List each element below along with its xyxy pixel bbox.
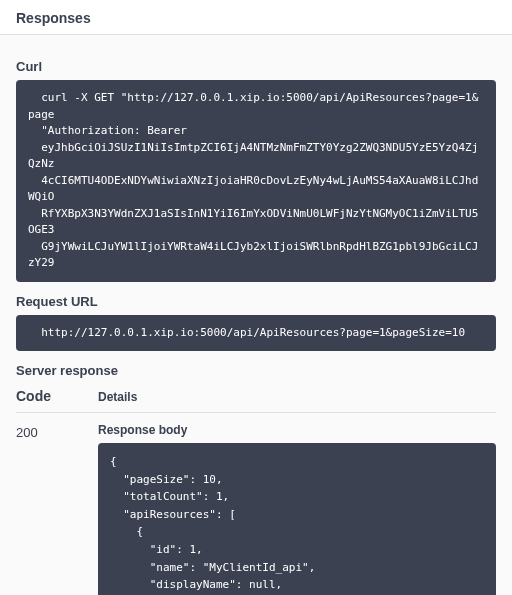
response-details-header: Details bbox=[98, 390, 137, 404]
response-details-column: Response body { "pageSize": 10, "totalCo… bbox=[98, 423, 496, 595]
response-code-value: 200 bbox=[16, 423, 98, 440]
request-url-label: Request URL bbox=[16, 294, 496, 309]
response-row: 200 Response body { "pageSize": 10, "tot… bbox=[16, 423, 496, 595]
curl-label: Curl bbox=[16, 59, 496, 74]
request-url-box[interactable]: http://127.0.0.1.xip.io:5000/api/ApiReso… bbox=[16, 315, 496, 352]
response-table-header: Code Details bbox=[16, 388, 496, 413]
curl-command-box[interactable]: curl -X GET "http://127.0.0.1.xip.io:500… bbox=[16, 80, 496, 282]
response-body-label: Response body bbox=[98, 423, 496, 437]
response-body-box[interactable]: { "pageSize": 10, "totalCount": 1, "apiR… bbox=[98, 443, 496, 595]
response-code-header: Code bbox=[16, 388, 98, 404]
responses-section-title: Responses bbox=[0, 0, 512, 35]
server-response-label: Server response bbox=[16, 363, 496, 378]
responses-content: Curl curl -X GET "http://127.0.0.1.xip.i… bbox=[0, 35, 512, 595]
